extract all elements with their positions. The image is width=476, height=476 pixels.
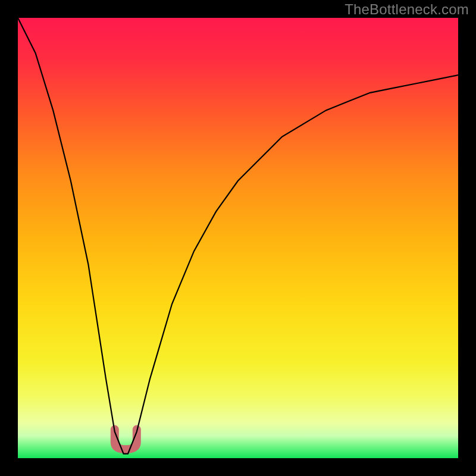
plot-area (18, 18, 458, 458)
watermark-text: TheBottleneck.com (345, 1, 469, 18)
outer-frame: TheBottleneck.com (0, 0, 476, 476)
bottleneck-curve (18, 18, 458, 458)
